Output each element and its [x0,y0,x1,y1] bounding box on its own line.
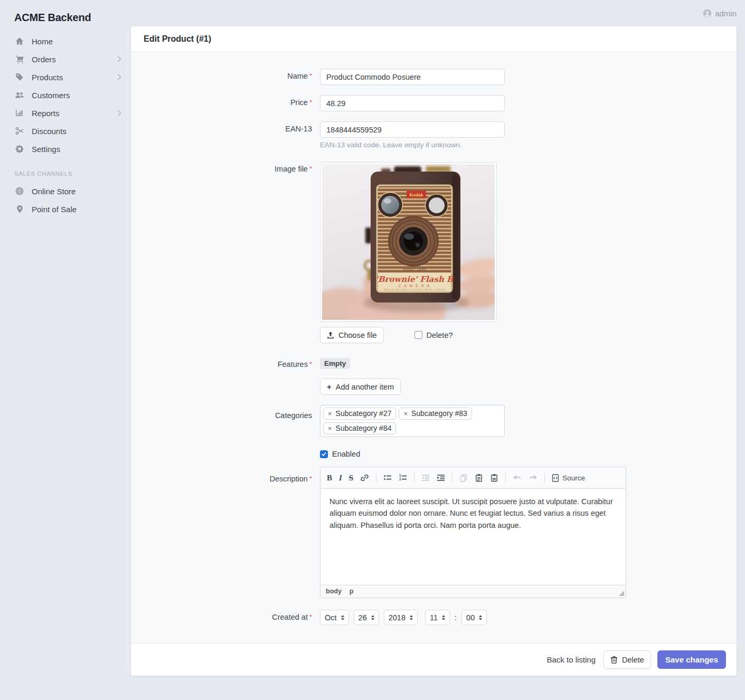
copy-button [459,474,468,482]
bulleted-list-button[interactable] [383,474,392,482]
sidebar-item-label: Products [32,73,63,82]
required-marker: * [309,360,312,368]
svg-text:MADE IN ENGLAND BY KODAK LIMIT: MADE IN ENGLAND BY KODAK LIMITED LONDON [384,289,445,291]
source-button[interactable]: Source [552,474,585,482]
name-input[interactable] [320,69,505,85]
image-row: Image file* [131,162,737,343]
paste-button[interactable] [475,474,483,482]
link-icon[interactable] [360,474,369,482]
path-p[interactable]: p [350,588,354,595]
sidebar-item-online-store[interactable]: Online Store [0,182,131,200]
gear-icon [14,145,25,153]
category-tag[interactable]: ×Subcategory #84 [323,422,396,434]
edit-product-form: Name* Price* EAN-13 EAN-13 valid code. L… [131,52,737,643]
delete-image-checkbox-row[interactable]: Delete? [414,331,453,339]
outdent-button [421,474,430,482]
sidebar-item-orders[interactable]: Orders [0,50,131,68]
product-photo: Kodak [320,162,497,322]
ean-input[interactable] [320,121,505,138]
delete-image-checkbox[interactable] [414,331,422,339]
back-to-listing-link[interactable]: Back to listing [546,655,596,664]
name-row: Name* [131,69,737,85]
category-tag[interactable]: ×Subcategory #27 [323,408,396,420]
sidebar-item-label: Settings [32,145,60,154]
svg-text:Kodak: Kodak [409,192,423,197]
sidebar-item-settings[interactable]: Settings [0,140,131,158]
tag-icon [14,73,25,81]
sidebar-item-products[interactable]: Products [0,68,131,86]
enabled-row: Enabled [131,450,737,458]
chevron-right-icon [117,110,121,116]
svg-text:C A M E R A: C A M E R A [399,284,431,288]
svg-text:W: W [493,477,497,481]
edit-product-panel: Edit Product (#1) Name* Price* EAN-13 EA… [131,26,737,676]
enabled-checkbox[interactable] [320,450,328,458]
save-changes-button[interactable]: Save changes [657,650,726,669]
category-tag[interactable]: ×Subcategory #83 [399,408,471,420]
users-icon [14,91,25,99]
required-marker: * [309,475,312,483]
brand-title: ACME Backend [0,0,131,32]
user-menu[interactable]: admin [703,9,737,18]
spinner-icon [410,615,413,620]
upload-icon [327,332,334,339]
camera-photo-illustration: Kodak [322,164,495,320]
categories-select[interactable]: ×Subcategory #27 ×Subcategory #83 ×Subca… [320,405,505,437]
numbered-list-button[interactable]: 12 [399,474,407,482]
delete-image-label: Delete? [427,331,453,339]
image-label: Image file* [131,162,320,343]
svg-text:'Brownie' Flash B: 'Brownie' Flash B [375,275,454,284]
sidebar: ACME Backend Home Orders Products Custom… [0,0,131,700]
plus-icon: + [327,382,332,391]
time-separator: : [455,613,457,622]
enabled-checkbox-row[interactable]: Enabled [320,450,737,458]
italic-button[interactable]: I [339,474,342,483]
editor-toolbar: B I S 12 W [320,467,626,489]
sidebar-item-home[interactable]: Home [0,32,131,50]
description-editor-content[interactable]: Nunc viverra elit ac laoreet suscipit. U… [320,489,626,585]
spinner-icon [341,615,344,620]
choose-file-button[interactable]: Choose file [320,327,384,343]
sidebar-item-discounts[interactable]: Discounts [0,122,131,140]
bold-button[interactable]: B [327,474,332,483]
year-select[interactable]: 2018 [384,610,418,625]
sidebar-item-point-of-sale[interactable]: Point of Sale [0,200,131,218]
required-marker: * [309,72,312,80]
indent-button[interactable] [437,474,445,482]
created-at-row: Created at* Oct 26 2018 11 : 00 [131,610,737,625]
hour-select[interactable]: 11 [425,610,450,625]
sidebar-item-customers[interactable]: Customers [0,86,131,104]
categories-label: Categories [131,405,320,437]
add-another-item-button[interactable]: + Add another item [320,379,401,395]
toolbar-separator [414,472,414,483]
toolbar-separator [452,472,452,483]
created-at-label: Created at* [131,610,320,625]
cart-icon [14,55,25,63]
sidebar-item-label: Home [32,37,53,46]
path-body[interactable]: body [326,588,342,595]
map-pin-icon [14,205,25,213]
svg-text:2: 2 [399,477,401,481]
toolbar-separator [376,472,376,483]
rich-text-editor: B I S 12 W [320,467,626,598]
paste-from-word-button[interactable]: W [490,474,498,482]
toolbar-separator [544,472,545,483]
spinner-icon [479,615,482,620]
sidebar-item-reports[interactable]: Reports [0,104,131,122]
remove-tag-icon[interactable]: × [328,410,332,417]
ean-help-text: EAN-13 valid code. Leave empty if unknow… [320,141,737,149]
chevron-right-icon [117,56,121,62]
remove-tag-icon[interactable]: × [328,425,332,432]
price-input[interactable] [320,95,505,111]
scissors-icon [14,127,25,135]
user-avatar-icon [703,9,712,18]
minute-select[interactable]: 00 [461,610,487,625]
remove-tag-icon[interactable]: × [403,410,408,417]
strikethrough-button[interactable]: S [349,474,353,483]
delete-button[interactable]: Delete [603,650,651,669]
home-icon [14,37,25,45]
form-actions: Back to listing Delete Save changes [131,643,737,676]
month-select[interactable]: Oct [320,610,349,625]
resize-grip[interactable] [619,591,624,596]
day-select[interactable]: 26 [354,610,379,625]
